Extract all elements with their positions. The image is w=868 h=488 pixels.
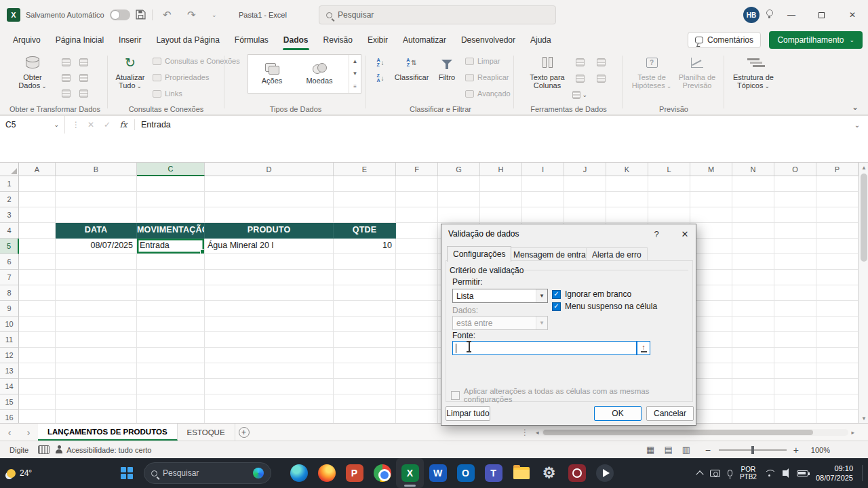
row-header-9[interactable]: 9	[0, 301, 19, 317]
cell-O1[interactable]	[774, 176, 816, 192]
cell-O9[interactable]	[774, 301, 816, 317]
cell-P6[interactable]	[816, 254, 859, 270]
name-box[interactable]: C5 ⌄	[0, 116, 65, 134]
column-header-E[interactable]: E	[334, 163, 396, 176]
microphone-icon[interactable]	[728, 470, 732, 476]
cell-P8[interactable]	[816, 285, 859, 301]
scroll-up-icon[interactable]: ▲	[859, 163, 868, 172]
cell-K2[interactable]	[606, 192, 648, 207]
cell-K1[interactable]	[606, 176, 648, 192]
cell-D5[interactable]: Água Mineral 20 l	[205, 239, 334, 254]
zoom-in-button[interactable]: +	[793, 445, 799, 455]
cell-O7[interactable]	[774, 270, 816, 285]
scroll-down-icon[interactable]: ▼	[859, 413, 868, 423]
keyboard-icon[interactable]	[38, 445, 50, 454]
cell-P12[interactable]	[816, 348, 859, 363]
cell-M3[interactable]	[690, 207, 732, 223]
cell-E16[interactable]	[334, 410, 396, 423]
cell-N10[interactable]	[732, 317, 774, 332]
clear-filter-button[interactable]: Limpar	[465, 57, 500, 65]
tab-layout-da-pagina[interactable]: Layout da Página	[149, 30, 226, 50]
row-header-14[interactable]: 14	[0, 379, 19, 394]
cell-G1[interactable]	[438, 176, 480, 192]
cell-B16[interactable]	[56, 410, 137, 423]
column-header-G[interactable]: G	[438, 163, 480, 176]
cell-B14[interactable]	[56, 379, 137, 394]
cell-D9[interactable]	[205, 301, 334, 317]
zoom-slider[interactable]	[719, 449, 787, 451]
cell-A6[interactable]	[19, 254, 56, 270]
share-button[interactable]: Compartilhamento ⌄	[769, 31, 863, 49]
select-all-corner[interactable]	[0, 163, 19, 176]
stocks-data-type[interactable]: Ações	[248, 55, 296, 93]
cell-C9[interactable]	[137, 301, 205, 317]
cell-C3[interactable]	[137, 207, 205, 223]
zoom-slider-thumb[interactable]	[751, 446, 754, 454]
cell-F16[interactable]	[396, 410, 438, 423]
tab-arquivo[interactable]: Arquivo	[5, 30, 48, 50]
cell-O15[interactable]	[774, 394, 816, 410]
taskbar-clock[interactable]: 09:10 08/07/2025	[816, 464, 853, 483]
from-web-button[interactable]	[58, 71, 73, 84]
what-if-button[interactable]: ? Teste de Hipóteses⌄	[631, 53, 673, 90]
apply-all-checkbox[interactable]: Aplicar alterações a todas as células co…	[451, 387, 696, 403]
camera-icon[interactable]	[710, 470, 720, 477]
cell-B8[interactable]	[56, 285, 137, 301]
zoom-level[interactable]: 100%	[811, 446, 830, 454]
close-button[interactable]: ✕	[841, 5, 864, 24]
media-player-taskbar-button[interactable]	[591, 458, 618, 488]
cell-N7[interactable]	[732, 270, 774, 285]
language-indicator[interactable]: POR PTB2	[740, 466, 757, 481]
avatar[interactable]: HB	[743, 7, 760, 23]
dialog-help-button[interactable]: ?	[649, 227, 664, 241]
cell-M5[interactable]	[690, 239, 732, 254]
cell-B11[interactable]	[56, 332, 137, 348]
cell-C7[interactable]	[137, 270, 205, 285]
cell-A1[interactable]	[19, 176, 56, 192]
cell-L3[interactable]	[648, 207, 690, 223]
cell-E9[interactable]	[334, 301, 396, 317]
cell-N9[interactable]	[732, 301, 774, 317]
cell-M15[interactable]	[690, 394, 732, 410]
settings-taskbar-button[interactable]: ⚙	[535, 458, 563, 488]
cell-O12[interactable]	[774, 348, 816, 363]
cell-D7[interactable]	[205, 270, 334, 285]
tab-formulas[interactable]: Fórmulas	[227, 30, 276, 50]
sheet-nav-right-icon[interactable]: ›	[19, 424, 38, 441]
cell-D12[interactable]	[205, 348, 334, 363]
row-header-8[interactable]: 8	[0, 285, 19, 301]
cell-A14[interactable]	[19, 379, 56, 394]
word-taskbar-button[interactable]: W	[424, 458, 452, 488]
cell-A5[interactable]	[19, 239, 56, 254]
cell-P15[interactable]	[816, 394, 859, 410]
cell-E12[interactable]	[334, 348, 396, 363]
cell-H2[interactable]	[480, 192, 522, 207]
cell-P11[interactable]	[816, 332, 859, 348]
undo-icon[interactable]: ↶	[163, 9, 172, 21]
page-break-view-icon[interactable]: ▥	[682, 445, 690, 455]
cell-E15[interactable]	[334, 394, 396, 410]
cell-F1[interactable]	[396, 176, 438, 192]
cell-C13[interactable]	[137, 363, 205, 379]
recorder-taskbar-button[interactable]	[563, 458, 591, 488]
tab-exibir[interactable]: Exibir	[360, 30, 395, 50]
row-header-2[interactable]: 2	[0, 192, 19, 207]
redo-icon[interactable]: ↷	[187, 9, 196, 21]
cell-D13[interactable]	[205, 363, 334, 379]
cell-B6[interactable]	[56, 254, 137, 270]
cell-O13[interactable]	[774, 363, 816, 379]
cell-M2[interactable]	[690, 192, 732, 207]
cell-C10[interactable]	[137, 317, 205, 332]
data-source-button[interactable]	[76, 87, 91, 100]
cell-P3[interactable]	[816, 207, 859, 223]
cancel-button[interactable]: Cancelar	[646, 406, 694, 421]
cell-C8[interactable]	[137, 285, 205, 301]
row-header-10[interactable]: 10	[0, 317, 19, 332]
cell-L2[interactable]	[648, 192, 690, 207]
cell-D16[interactable]	[205, 410, 334, 423]
cell-F13[interactable]	[396, 363, 438, 379]
tab-automatizar[interactable]: Automatizar	[395, 30, 454, 50]
cell-B15[interactable]	[56, 394, 137, 410]
cell-N11[interactable]	[732, 332, 774, 348]
cell-P13[interactable]	[816, 363, 859, 379]
